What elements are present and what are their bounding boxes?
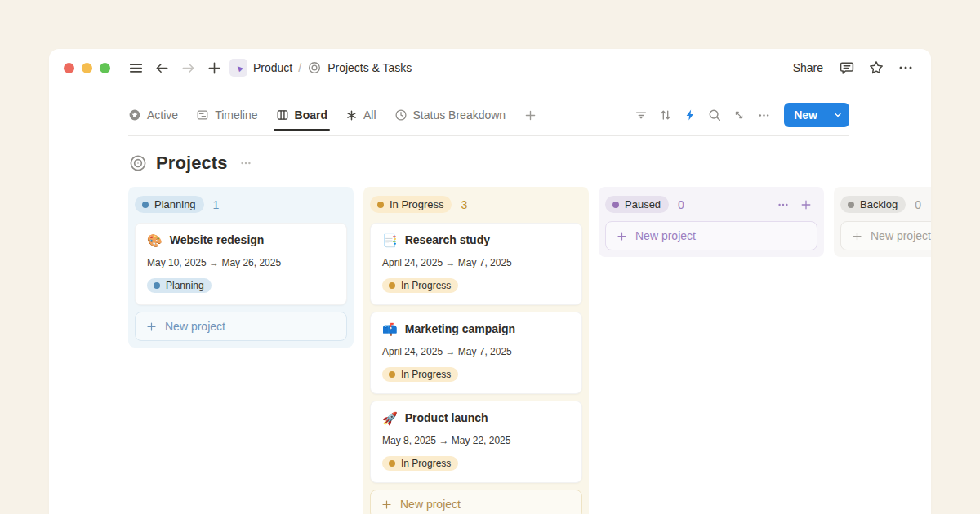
breadcrumb-separator: / bbox=[298, 61, 301, 74]
close-window-button[interactable] bbox=[64, 63, 74, 73]
forward-arrow-icon[interactable] bbox=[177, 57, 198, 78]
breadcrumb-page[interactable]: Projects & Tasks bbox=[327, 61, 412, 74]
tab-all[interactable]: All bbox=[345, 109, 376, 122]
app-window: ▲ Product / Projects & Tasks Share bbox=[49, 49, 931, 514]
more-options-icon[interactable] bbox=[895, 57, 916, 78]
mailbox-emoji-icon: 📫 bbox=[382, 323, 398, 335]
page-title[interactable]: Projects bbox=[156, 153, 228, 174]
new-page-plus-icon[interactable] bbox=[203, 57, 225, 78]
new-project-button[interactable]: New project bbox=[605, 221, 817, 250]
status-label: In Progress bbox=[401, 458, 451, 469]
column-count: 0 bbox=[915, 198, 921, 211]
plus-icon bbox=[381, 498, 393, 511]
expand-icon[interactable] bbox=[728, 104, 750, 126]
traffic-lights bbox=[64, 63, 110, 73]
project-dates: May 10, 2025 → May 26, 2025 bbox=[147, 257, 335, 268]
star-circle-icon bbox=[128, 109, 141, 122]
status-dot bbox=[612, 202, 619, 208]
new-project-button[interactable]: New project bbox=[840, 221, 931, 250]
new-project-button[interactable]: New project bbox=[135, 312, 347, 341]
plus-icon bbox=[616, 230, 628, 242]
page-title-row: Projects bbox=[128, 149, 931, 177]
page-target-icon bbox=[307, 60, 322, 75]
column-header: Backlog 0 bbox=[839, 192, 931, 221]
tab-active[interactable]: Active bbox=[128, 109, 178, 122]
tab-label: All bbox=[363, 109, 376, 122]
status-badge: Planning bbox=[135, 196, 204, 213]
sort-icon[interactable] bbox=[655, 104, 676, 126]
chevron-down-icon[interactable] bbox=[826, 110, 849, 120]
status-dot bbox=[389, 371, 395, 378]
project-dates: April 24, 2025 → May 7, 2025 bbox=[382, 257, 570, 268]
share-button[interactable]: Share bbox=[788, 58, 828, 78]
tab-board[interactable]: Board bbox=[276, 109, 327, 122]
project-title: Marketing campaign bbox=[405, 322, 515, 335]
sidebar-menu-icon[interactable] bbox=[125, 57, 146, 78]
column-header: In Progress 3 bbox=[368, 192, 584, 221]
project-card-product-launch[interactable]: 🚀 Product launch May 8, 2025 → May 22, 2… bbox=[370, 401, 582, 483]
column-in-progress: In Progress 3 📑 Research study April 24,… bbox=[363, 187, 589, 514]
project-dates: May 8, 2025 → May 22, 2025 bbox=[382, 435, 570, 446]
column-count: 1 bbox=[213, 198, 220, 211]
status-badge: In Progress bbox=[370, 196, 452, 213]
status-dot bbox=[389, 282, 395, 289]
workspace-icon[interactable]: ▲ bbox=[229, 59, 247, 77]
status-dot bbox=[848, 202, 854, 208]
new-project-button[interactable]: New project bbox=[370, 490, 582, 514]
status-label: In Progress bbox=[401, 369, 451, 380]
project-card-marketing-campaign[interactable]: 📫 Marketing campaign April 24, 2025 → Ma… bbox=[370, 312, 582, 394]
status-badge: Backlog bbox=[840, 196, 906, 213]
board-icon bbox=[276, 109, 289, 122]
new-project-label: New project bbox=[165, 320, 225, 333]
filter-icon[interactable] bbox=[630, 104, 652, 126]
view-tab-bar: Active Timeline Board All bbox=[128, 103, 849, 136]
tab-label: Timeline bbox=[215, 109, 257, 122]
project-title: Product launch bbox=[405, 411, 488, 424]
comments-icon[interactable] bbox=[836, 57, 858, 78]
fullscreen-window-button[interactable] bbox=[100, 63, 110, 73]
status-label: Paused bbox=[625, 198, 661, 210]
new-button-label: New bbox=[784, 109, 826, 122]
tab-timeline[interactable]: Timeline bbox=[196, 109, 257, 122]
favorite-star-icon[interactable] bbox=[866, 57, 887, 78]
breadcrumb: ▲ Product / Projects & Tasks bbox=[229, 59, 412, 77]
new-button[interactable]: New bbox=[784, 103, 849, 127]
palette-emoji-icon: 🎨 bbox=[147, 234, 163, 246]
new-project-label: New project bbox=[400, 498, 461, 511]
view-more-options-icon[interactable] bbox=[753, 104, 774, 126]
window-topbar: ▲ Product / Projects & Tasks Share bbox=[49, 49, 931, 86]
status-label: Planning bbox=[166, 280, 204, 291]
project-card-research-study[interactable]: 📑 Research study April 24, 2025 → May 7,… bbox=[370, 223, 582, 305]
search-icon[interactable] bbox=[704, 104, 725, 126]
column-planning: Planning 1 🎨 Website redesign May 10, 20… bbox=[128, 187, 354, 348]
status-dot bbox=[389, 460, 395, 467]
column-backlog: Backlog 0 New project bbox=[834, 187, 931, 257]
kanban-board: Planning 1 🎨 Website redesign May 10, 20… bbox=[128, 187, 931, 514]
breadcrumb-workspace[interactable]: Product bbox=[253, 61, 292, 74]
project-title: Research study bbox=[405, 233, 490, 246]
column-add-plus-icon[interactable] bbox=[798, 197, 814, 213]
project-status-badge: Planning bbox=[147, 278, 212, 293]
status-label: In Progress bbox=[390, 198, 443, 210]
column-header: Paused 0 bbox=[604, 192, 819, 221]
project-status-badge: In Progress bbox=[382, 278, 458, 293]
new-project-label: New project bbox=[871, 229, 931, 242]
status-label: Planning bbox=[154, 198, 196, 210]
add-view-plus-icon[interactable] bbox=[523, 109, 537, 122]
tab-label: Board bbox=[295, 109, 327, 122]
minimize-window-button[interactable] bbox=[82, 63, 92, 73]
back-arrow-icon[interactable] bbox=[151, 57, 172, 78]
column-more-options-icon[interactable] bbox=[775, 197, 791, 213]
title-more-options-icon[interactable] bbox=[239, 157, 252, 170]
project-card-website-redesign[interactable]: 🎨 Website redesign May 10, 2025 → May 26… bbox=[135, 223, 347, 305]
new-project-label: New project bbox=[635, 229, 696, 242]
rocket-emoji-icon: 🚀 bbox=[382, 412, 398, 424]
status-label: Backlog bbox=[860, 198, 898, 210]
project-status-badge: In Progress bbox=[382, 367, 458, 382]
status-dot bbox=[154, 282, 160, 289]
page-title-target-icon bbox=[128, 153, 148, 173]
plus-icon bbox=[851, 230, 863, 242]
tab-status-breakdown[interactable]: Status Breakdown bbox=[394, 109, 506, 122]
column-count: 0 bbox=[678, 198, 684, 211]
automation-bolt-icon[interactable] bbox=[679, 104, 701, 126]
